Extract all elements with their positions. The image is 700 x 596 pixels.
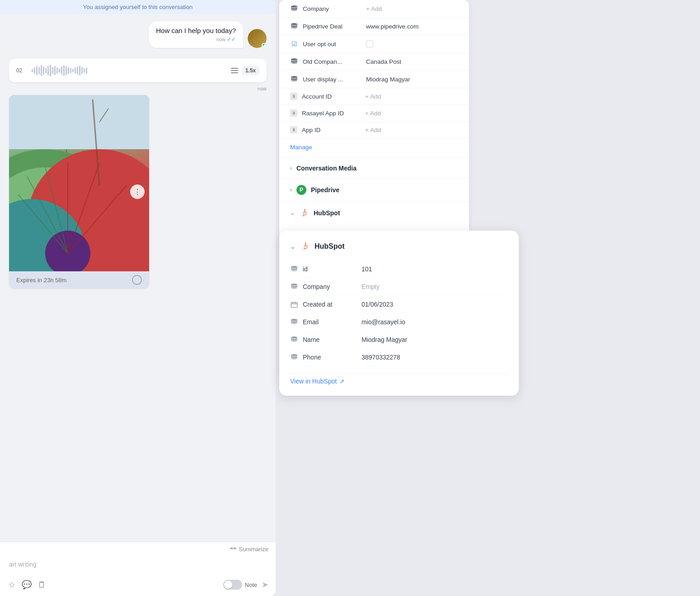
svg-point-26 bbox=[291, 354, 297, 356]
chevron-down-icon-card: ⌄ bbox=[290, 243, 296, 250]
property-row-user-opt-out: ☑ User opt out bbox=[279, 35, 469, 53]
hs-label-created-at: Created at bbox=[303, 301, 357, 308]
expires-text: Expires in 23h 58m bbox=[16, 277, 66, 284]
online-indicator bbox=[262, 43, 266, 47]
note-doc-button[interactable]: 🗒 bbox=[37, 579, 47, 591]
property-row-rasayel-app-id: 3 Rasayel App ID + Add bbox=[279, 105, 469, 122]
svg-point-16 bbox=[291, 58, 297, 61]
section-conversation-media[interactable]: › Conversation Media bbox=[279, 158, 469, 178]
summarize-button[interactable]: ❝❝ Summarize bbox=[230, 546, 268, 553]
image-decoration bbox=[9, 95, 149, 271]
num-badge-account-id: 3 bbox=[290, 93, 297, 100]
audio-timestamp: now bbox=[9, 86, 267, 91]
db-icon-user-display bbox=[290, 75, 298, 83]
chat-bottom: ❝❝ Summarize art writing ☆ 💬 🗒 Note ➤ bbox=[0, 542, 276, 596]
read-receipt-icon: ✓✓ bbox=[227, 36, 236, 43]
image-message: ⋮ Expires in 23h 58m bbox=[9, 95, 149, 289]
property-value-old-company: Canada Post bbox=[366, 58, 458, 65]
svg-point-19 bbox=[291, 284, 297, 286]
hubspot-logo-card bbox=[300, 241, 310, 251]
more-options-button[interactable]: ⋮ bbox=[130, 184, 145, 199]
section-pipedrive[interactable]: › P Pipedrive bbox=[279, 178, 469, 201]
db-icon-hs-phone bbox=[290, 353, 298, 361]
property-label-pipedrive-deal: Pipedrive Deal bbox=[303, 23, 362, 30]
bottom-toolbar: ☆ 💬 🗒 Note ➤ bbox=[0, 577, 276, 596]
property-label-company: Company bbox=[303, 5, 362, 12]
svg-rect-23 bbox=[295, 302, 296, 303]
db-icon-hs-email bbox=[290, 318, 298, 326]
hubspot-logo bbox=[299, 208, 309, 218]
property-label-rasayel-app-id: Rasayel App ID bbox=[302, 110, 361, 117]
chat-messages: How can I help you today? now ✓✓ bbox=[0, 14, 276, 55]
svg-rect-22 bbox=[292, 302, 293, 303]
property-label-user-display: User display ... bbox=[303, 76, 362, 83]
hubspot-card-header: ⌄ HubSpot bbox=[290, 241, 508, 251]
chevron-right-icon-pipedrive: › bbox=[290, 187, 292, 193]
star-button[interactable]: ☆ bbox=[7, 579, 16, 591]
chat-panel: You assigned yourself to this conversati… bbox=[0, 0, 276, 596]
hubspot-field-row-email: Email mio@rasayel.io bbox=[290, 313, 508, 331]
message-time: now ✓✓ bbox=[156, 36, 236, 43]
user-opt-out-checkbox[interactable] bbox=[366, 40, 373, 47]
chevron-down-icon-hubspot: ⌄ bbox=[290, 210, 295, 216]
property-row-account-id: 3 Account ID + Add bbox=[279, 88, 469, 105]
property-value-app-id[interactable]: + Add bbox=[365, 127, 458, 133]
hs-label-email: Email bbox=[303, 318, 357, 326]
svg-point-25 bbox=[291, 336, 297, 339]
expires-circle bbox=[132, 275, 142, 285]
external-link-icon: ↗ bbox=[339, 378, 344, 385]
assignment-notice: You assigned yourself to this conversati… bbox=[0, 0, 276, 14]
waveform bbox=[32, 64, 226, 77]
hubspot-field-row-company: Company Empty bbox=[290, 278, 508, 296]
property-value-rasayel-app-id[interactable]: + Add bbox=[365, 110, 458, 117]
db-icon-hs-id bbox=[290, 265, 298, 273]
message-bubble: How can I help you today? now ✓✓ bbox=[149, 21, 243, 48]
property-value-company[interactable]: + Add bbox=[366, 5, 458, 12]
speech-bubble-button[interactable]: 💬 bbox=[21, 579, 33, 591]
avatar bbox=[248, 29, 267, 48]
audio-time-label: 02 bbox=[16, 67, 27, 74]
hs-value-created-at: 01/06/2023 bbox=[362, 301, 393, 308]
db-icon-old-company bbox=[290, 57, 298, 66]
message-input[interactable]: art writing bbox=[7, 557, 268, 572]
view-in-hubspot-link[interactable]: View in HubSpot ↗ bbox=[290, 374, 508, 385]
summarize-bar: ❝❝ Summarize bbox=[0, 542, 276, 554]
property-label-account-id: Account ID bbox=[302, 93, 361, 100]
property-value-user-display: Miodrag Magyar bbox=[366, 76, 458, 83]
hs-label-name: Name bbox=[303, 336, 357, 343]
db-icon-hs-company bbox=[290, 283, 298, 291]
hubspot-field-row-name: Name Miodrag Magyar bbox=[290, 331, 508, 349]
hs-value-email: mio@rasayel.io bbox=[362, 318, 405, 326]
speed-badge[interactable]: 1.5x bbox=[242, 66, 259, 75]
manage-link[interactable]: Manage bbox=[279, 138, 469, 158]
menu-icon[interactable] bbox=[231, 68, 238, 73]
hubspot-field-row-phone: Phone 38970332278 bbox=[290, 349, 508, 366]
image-message-wrap: ⋮ Expires in 23h 58m bbox=[9, 95, 267, 289]
num-badge-app-id: 3 bbox=[290, 126, 297, 133]
hs-value-name: Miodrag Magyar bbox=[362, 336, 407, 343]
pipedrive-logo: P bbox=[296, 185, 306, 195]
properties-list: Company + Add Pipedrive Deal www.pipedri… bbox=[279, 0, 469, 224]
hs-value-id: 101 bbox=[362, 265, 372, 273]
outgoing-message-wrap: How can I help you today? now ✓✓ bbox=[9, 21, 267, 48]
hs-label-id: id bbox=[303, 265, 357, 273]
property-value-account-id[interactable]: + Add bbox=[365, 93, 458, 100]
calendar-icon-created bbox=[290, 300, 298, 308]
svg-point-24 bbox=[291, 319, 297, 321]
quotes-icon: ❝❝ bbox=[230, 546, 236, 553]
note-toggle-wrap: Note bbox=[223, 580, 257, 590]
hs-value-phone: 38970332278 bbox=[362, 354, 400, 361]
image-content bbox=[9, 95, 149, 271]
checkbox-checked-icon: ☑ bbox=[290, 40, 298, 48]
property-row-company: Company + Add bbox=[279, 0, 469, 18]
property-row-user-display: User display ... Miodrag Magyar bbox=[279, 71, 469, 88]
property-label-app-id: App ID bbox=[302, 127, 361, 133]
expires-bar: Expires in 23h 58m bbox=[9, 271, 149, 289]
note-toggle[interactable] bbox=[223, 580, 242, 590]
send-button[interactable]: ➤ bbox=[262, 580, 268, 590]
property-row-old-company: Old Compan... Canada Post bbox=[279, 53, 469, 71]
property-label-user-opt-out: User opt out bbox=[303, 41, 362, 47]
property-value-pipedrive-deal: www.pipedrive.com bbox=[366, 23, 458, 30]
hs-value-company: Empty bbox=[362, 283, 380, 290]
section-hubspot[interactable]: ⌄ HubSpot bbox=[279, 201, 469, 224]
